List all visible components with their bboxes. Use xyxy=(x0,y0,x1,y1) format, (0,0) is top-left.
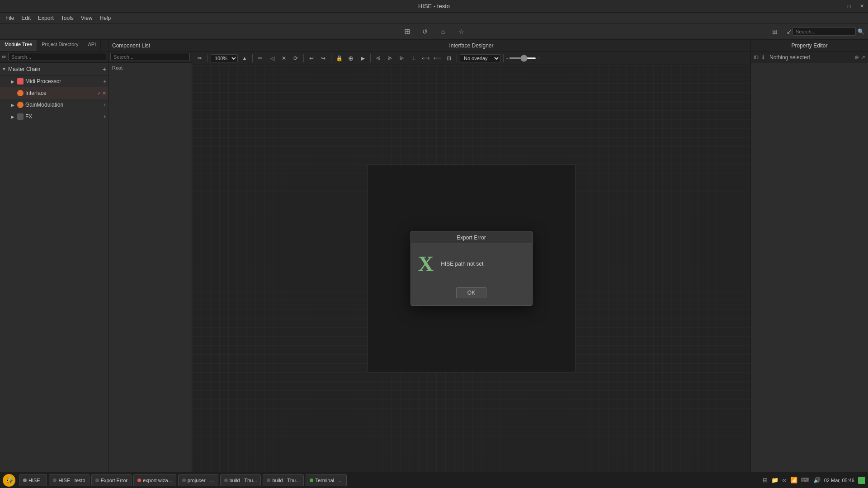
tree-item-gain-modulation[interactable]: ▶ GainModulation + xyxy=(0,99,108,111)
taskbar-label-projucer: projucer - ... xyxy=(188,478,214,483)
dialog-ok-button[interactable]: OK xyxy=(456,287,486,298)
interface-delete-icon[interactable]: ✕ xyxy=(102,90,106,96)
refresh-tool-button[interactable]: ⟳ xyxy=(291,53,301,63)
toolbar-refresh-button[interactable]: ↺ xyxy=(419,25,431,38)
property-action-icons: ⊕ ↗ xyxy=(854,54,865,61)
align-bottom-button[interactable]: ⊥ xyxy=(409,53,419,63)
taskbar-logo[interactable]: 🐝 xyxy=(3,474,15,487)
toolbar-separator-2 xyxy=(252,54,253,62)
menu-export[interactable]: Export xyxy=(34,14,57,22)
gain-add-icon[interactable]: + xyxy=(104,102,106,108)
master-chain-add-button[interactable]: + xyxy=(103,66,106,73)
midi-add-icon[interactable]: + xyxy=(104,79,106,84)
add-component-button[interactable]: ⊕ xyxy=(346,53,356,63)
toolbar-star-button[interactable]: ☆ xyxy=(455,25,467,38)
tab-module-tree[interactable]: Module Tree xyxy=(0,40,37,51)
menu-tools[interactable]: Tools xyxy=(57,14,77,22)
edit-mode-button[interactable]: ✏ xyxy=(195,53,205,63)
toolbar-home-button[interactable]: ⌂ xyxy=(437,25,449,38)
resize-button[interactable]: ⊡ xyxy=(444,53,454,63)
menu-view[interactable]: View xyxy=(77,14,96,22)
taskbar-item-build-1[interactable]: build - Thu... xyxy=(220,474,261,486)
gain-modulation-label: GainModulation xyxy=(25,102,104,108)
component-list-title: Component List xyxy=(112,42,150,49)
taskbar-item-projucer[interactable]: projucer - ... xyxy=(178,474,218,486)
taskbar-item-export-wiza[interactable]: export wiza... xyxy=(133,474,176,486)
pencil-tool-button[interactable]: ✏ xyxy=(255,53,265,63)
fx-add-icon[interactable]: + xyxy=(104,114,106,119)
taskbar-label-terminal: Terminal - ... xyxy=(315,478,343,483)
cross-tool-button[interactable]: ✕ xyxy=(279,53,289,63)
menu-file[interactable]: File xyxy=(2,14,18,22)
fx-actions: + xyxy=(104,114,106,119)
play-button[interactable]: ▶ xyxy=(358,53,368,63)
midi-processor-actions: + xyxy=(104,79,106,84)
toolbar-add-button[interactable]: ⊞ xyxy=(401,25,413,38)
taskbar-windows-icon[interactable]: ⊞ xyxy=(763,477,768,483)
taskbar-volume-icon[interactable]: 🔊 xyxy=(813,477,821,483)
taskbar-item-export-error[interactable]: Export Error xyxy=(91,474,132,486)
tree-item-interface[interactable]: Interface ✓ ✕ xyxy=(0,87,108,99)
zoom-select[interactable]: 100% 50% 75% 125% 150% xyxy=(211,54,238,62)
zoom-slider[interactable] xyxy=(509,57,536,59)
property-editor-panel: Property Editor ID ℹ Nothing selected ⊕ … xyxy=(750,40,868,472)
taskbar-label-export-error: Export Error xyxy=(101,478,127,483)
zoom-up-button[interactable]: ▲ xyxy=(240,53,250,63)
taskbar-item-build-2[interactable]: build - Thu... xyxy=(263,474,304,486)
export-error-dialog: Export Error X HISE path not set OK xyxy=(410,231,533,306)
tab-project-directory[interactable]: Project Directory xyxy=(37,40,83,51)
taskbar-keyboard-icon[interactable]: ⌨ xyxy=(801,477,810,483)
dialog-overlay: Export Error X HISE path not set OK xyxy=(192,65,750,472)
close-button[interactable]: ✕ xyxy=(855,0,868,13)
color-indicator-gain xyxy=(17,102,24,108)
taskbar-network-icon[interactable]: 📶 xyxy=(790,477,797,483)
taskbar-dot-terminal xyxy=(310,479,313,482)
toolbar-search-area: 🔍 xyxy=(793,28,864,36)
master-chain-expand-icon[interactable]: ▼ xyxy=(2,66,6,71)
tab-api[interactable]: API xyxy=(83,40,101,51)
redo-button[interactable]: ↪ xyxy=(318,53,328,63)
expand-icon-fx: ▶ xyxy=(11,114,17,119)
tree-item-midi-processor[interactable]: ▶ Midi Processor + xyxy=(0,75,108,87)
zoom-slider-area: - + xyxy=(506,56,540,61)
align-left-button[interactable]: ⫷ xyxy=(373,53,383,63)
undo-button[interactable]: ↩ xyxy=(307,53,316,63)
align-center-button[interactable]: ⫸ xyxy=(385,53,395,63)
toolbar-separator-6 xyxy=(457,54,457,62)
link-property-icon[interactable]: ↗ xyxy=(861,54,865,61)
tree-item-fx[interactable]: ▶ FX + xyxy=(0,111,108,122)
distribute-v-button[interactable]: ⟸ xyxy=(432,53,442,63)
info-icon[interactable]: ℹ xyxy=(762,54,764,60)
select-tool-button[interactable]: ◁ xyxy=(267,53,277,63)
dialog-title-text: Export Error xyxy=(457,235,486,241)
overlay-select[interactable]: No overlay Grid Crosshair xyxy=(460,54,500,62)
sidebar-search-input[interactable] xyxy=(8,53,106,61)
main-layout: Module Tree Project Directory API ✏ ▼ Ma… xyxy=(0,40,868,472)
taskbar-dot-export-wiza xyxy=(137,479,141,482)
toolbar-grid-button[interactable]: ⊞ xyxy=(769,25,781,38)
maximize-button[interactable]: □ xyxy=(843,0,855,13)
component-search-input[interactable] xyxy=(110,53,190,61)
toolbar-search-icon[interactable]: 🔍 xyxy=(858,28,864,35)
taskbar-files-icon[interactable]: 📁 xyxy=(771,477,778,483)
copy-property-icon[interactable]: ⊕ xyxy=(854,54,859,61)
taskbar-power-icon[interactable] xyxy=(858,477,865,484)
color-indicator-midi xyxy=(17,78,24,84)
align-top-button[interactable]: ⫸ xyxy=(397,53,407,63)
dialog-message-text: HISE path not set xyxy=(441,261,483,267)
distribute-h-button[interactable]: ⟺ xyxy=(420,53,430,63)
component-search-row xyxy=(108,52,192,63)
menu-edit[interactable]: Edit xyxy=(18,14,34,22)
lock-button[interactable]: 🔒 xyxy=(334,53,344,63)
taskbar-infinity-icon[interactable]: ∞ xyxy=(782,477,786,483)
taskbar-item-terminal[interactable]: Terminal - ... xyxy=(306,474,347,486)
taskbar-label-build-2: build - Thu... xyxy=(272,478,300,483)
comp-item-root[interactable]: Root xyxy=(108,63,192,73)
toolbar-search-input[interactable] xyxy=(793,28,856,36)
window-title: HISE - testo xyxy=(418,3,450,9)
menu-help[interactable]: Help xyxy=(96,14,115,22)
minimize-button[interactable]: — xyxy=(830,0,843,13)
interface-script-icon[interactable]: ✓ xyxy=(97,90,101,96)
taskbar-item-hise-testo[interactable]: HISE - testo xyxy=(49,474,89,486)
taskbar-item-hise[interactable]: HISE - xyxy=(19,474,47,486)
